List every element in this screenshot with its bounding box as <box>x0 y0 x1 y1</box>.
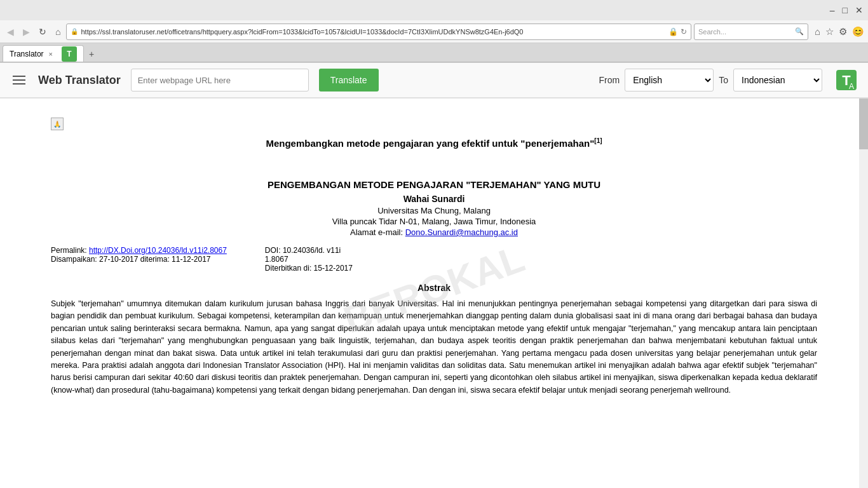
tab-label: Translator <box>10 50 44 58</box>
broken-image: 🙏 <box>51 118 64 130</box>
search-bar[interactable]: Search... 🔍 <box>694 24 808 40</box>
address-bar[interactable]: 🔒 https://ssl.translatoruser.net/officet… <box>66 24 691 40</box>
star-icon[interactable]: ☆ <box>825 26 834 37</box>
active-tab[interactable]: Translator × T <box>3 45 84 62</box>
back-button[interactable]: ◀ <box>4 25 17 39</box>
search-placeholder: Search... <box>698 28 795 36</box>
document-email: Alamat e-mail: Dono.Sunardi@machung.ac.i… <box>51 227 817 237</box>
permalink-row: Permalink: http://DX.Doi.org/10.24036/ld… <box>51 246 227 255</box>
abstract-title: Abstrak <box>51 283 817 293</box>
translator-title: Web Translator <box>38 74 121 87</box>
ham-line-1 <box>13 76 25 77</box>
ham-line-2 <box>13 79 25 81</box>
minimize-button[interactable]: – <box>830 5 835 15</box>
document-university: Universitas Ma Chung, Malang <box>51 206 817 215</box>
scrollbar-track[interactable] <box>859 98 868 488</box>
svg-text:A: A <box>849 82 854 91</box>
language-controls: From English To Indonesian T A <box>599 69 858 92</box>
home-icon[interactable]: ⌂ <box>815 26 820 37</box>
document-author: Wahai Sunardi <box>51 194 817 204</box>
document-title: Mengembangkan metode pengajaran yang efe… <box>51 137 817 150</box>
translate-button[interactable]: Translate <box>319 69 379 92</box>
tab-ext-icon: T <box>62 46 77 62</box>
address-text: https://ssl.translatoruser.net/officetra… <box>81 28 665 36</box>
user-icon[interactable]: 😊 <box>852 26 864 37</box>
translator-bar: Web Translator Translate From English To… <box>0 63 868 98</box>
diterbitkan-row: Diterbitkan di: 15-12-2017 <box>265 264 353 273</box>
lock-icon: 🔒 <box>668 27 678 36</box>
navigation-bar: ◀ ▶ ↻ ⌂ 🔒 https://ssl.translatoruser.net… <box>0 20 868 43</box>
address-icons: 🔒 ↻ <box>668 27 687 36</box>
settings-icon[interactable]: ⚙ <box>839 26 847 37</box>
scrollbar-thumb[interactable] <box>859 98 868 149</box>
from-label: From <box>599 75 620 85</box>
window-controls: – □ ✕ <box>830 5 863 15</box>
meta-left: Permalink: http://DX.Doi.org/10.24036/ld… <box>51 246 227 273</box>
home-button[interactable]: ⌂ <box>52 25 64 39</box>
hamburger-menu-button[interactable] <box>10 73 28 87</box>
ham-line-3 <box>13 83 25 85</box>
document-meta: Permalink: http://DX.Doi.org/10.24036/ld… <box>51 246 817 273</box>
from-language-select[interactable]: English <box>625 69 714 92</box>
meta-right: DOI: 10.24036/ld. v11i 1.8067 Diterbitka… <box>265 246 353 273</box>
title-bar: – □ ✕ <box>0 0 868 20</box>
disampaikan-row: Disampaikan: 27-10-2017 diterima: 11-12-… <box>51 255 227 264</box>
to-label: To <box>719 75 728 85</box>
document-address: Villa puncak Tidar N-01, Malang, Jawa Ti… <box>51 217 817 226</box>
logo-icon: T A <box>835 69 858 92</box>
toolbar-icons: ⌂ ☆ ⚙ 😊 <box>815 26 864 37</box>
close-button[interactable]: ✕ <box>855 5 863 15</box>
favicon: 🔒 <box>71 28 78 35</box>
translator-logo: T A <box>835 69 858 92</box>
permalink-link[interactable]: http://DX.Doi.org/10.24036/ld.v11i2.8067 <box>89 246 227 255</box>
tab-close-button[interactable]: × <box>48 50 54 58</box>
refresh-icon: ↻ <box>681 27 687 36</box>
maximize-button[interactable]: □ <box>843 5 848 15</box>
to-language-select[interactable]: Indonesian <box>733 69 822 92</box>
doi-row: DOI: 10.24036/ld. v11i 1.8067 <box>265 246 353 264</box>
new-tab-button[interactable]: + <box>84 46 99 62</box>
content-area: BEROKAL 🙏 Mengembangkan metode pengajara… <box>0 98 868 488</box>
url-input[interactable] <box>131 69 309 92</box>
tab-bar: Translator × T + <box>0 43 868 62</box>
document-email-link[interactable]: Dono.Sunardi@machung.ac.id <box>405 227 518 237</box>
document-main-heading: PENGEMBANGAN METODE PENGAJARAN "TERJEMAH… <box>51 179 817 190</box>
abstract-body: Subjek "terjemahan" umumnya ditemukan da… <box>51 298 817 396</box>
search-submit-button[interactable]: 🔍 <box>795 27 804 36</box>
refresh-button[interactable]: ↻ <box>36 25 50 39</box>
forward-button[interactable]: ▶ <box>20 25 33 39</box>
